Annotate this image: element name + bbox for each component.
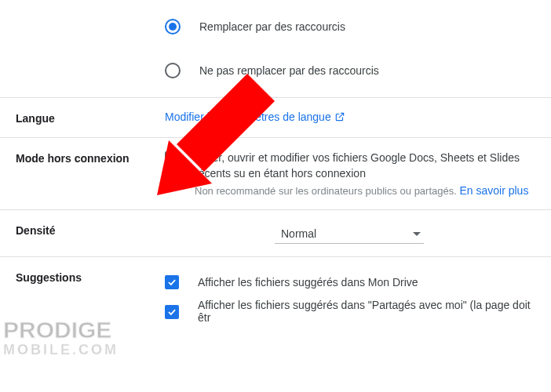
chevron-down-icon [413,232,421,236]
label-density: Densité [16,223,165,237]
shortcut-radio-group: Remplacer par des raccourcis Ne pas remp… [0,0,551,98]
label-offline: Mode hors connexion [16,151,165,165]
suggestion-shared-row[interactable]: Afficher les fichiers suggérés dans "Par… [165,294,535,328]
link-text: Modifier les paramètres de langue [165,111,331,123]
checkbox-checked-icon [165,305,179,319]
radio-label: Ne pas remplacer par des raccourcis [199,64,379,77]
density-value: Normal [281,227,316,240]
label-language: Langue [16,111,165,125]
section-offline: Mode hors connexion Créer, ouvrir et mod… [0,138,551,210]
offline-description: Créer, ouvrir et modifier vos fichiers G… [195,151,535,181]
section-language: Langue Modifier les paramètres de langue [0,98,551,138]
watermark-line2: MOBILE.COM [3,342,119,358]
external-link-icon [334,111,345,122]
suggestion-mydrive-row[interactable]: Afficher les fichiers suggérés dans Mon … [165,270,535,294]
checkbox-checked-icon [165,275,179,289]
section-suggestions: Suggestions Afficher les fichiers suggér… [0,257,551,341]
density-dropdown[interactable]: Normal [275,223,424,244]
radio-label: Remplacer par des raccourcis [199,20,345,33]
label-suggestions: Suggestions [16,270,165,284]
section-density: Densité Normal [0,210,551,257]
offline-checkbox[interactable] [165,151,179,165]
radio-replace-shortcuts[interactable]: Remplacer par des raccourcis [165,8,551,45]
radio-unselected-icon [165,63,181,78]
offline-learn-more-link[interactable]: En savoir plus [459,184,528,197]
radio-selected-icon [165,19,181,34]
suggestion-label: Afficher les fichiers suggérés dans Mon … [198,276,418,289]
suggestion-label: Afficher les fichiers suggérés dans "Par… [198,299,535,324]
radio-dont-replace-shortcuts[interactable]: Ne pas remplacer par des raccourcis [165,52,551,89]
offline-subtext: Non recommandé sur les ordinateurs publi… [195,184,535,197]
language-settings-link[interactable]: Modifier les paramètres de langue [165,111,345,123]
